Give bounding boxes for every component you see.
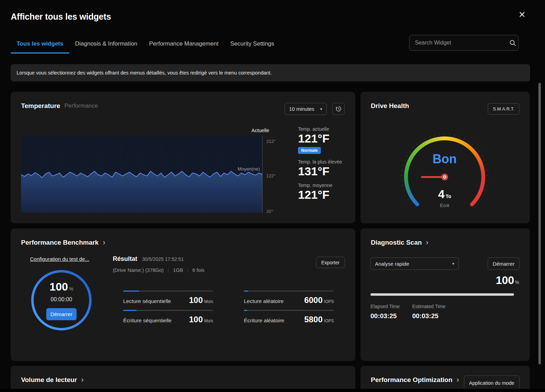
search-input[interactable] — [409, 40, 507, 46]
estimated-time-value: 00:03:25 — [412, 312, 454, 320]
diagnostic-title-row[interactable]: Diagnostic Scan › — [371, 239, 428, 246]
chart-current-label: Actuelle — [251, 128, 269, 133]
chevron-right-icon: › — [426, 239, 428, 246]
result-timestamp: 30/5/2025 17:52:51 — [142, 256, 184, 262]
highest-temp-label: Temp. la plus élevée — [298, 159, 357, 165]
mode-application-button[interactable]: Application du mode — [464, 375, 519, 389]
export-button[interactable]: Exporter — [316, 257, 345, 268]
temperature-subtitle: Performance — [65, 102, 98, 109]
volume-title-row[interactable]: Volume de lecteur › — [21, 376, 84, 384]
metric-label: Lecture aléatoire — [244, 298, 284, 304]
benchmark-start-button[interactable]: Démarrer — [46, 308, 77, 320]
benchmark-metrics: Lecture séquentielle 100Mo/s Lecture alé… — [123, 291, 334, 324]
written-value: 4 — [438, 187, 445, 200]
diagnostic-start-button[interactable]: Démarrer — [488, 257, 519, 270]
performance-optimization-title-row[interactable]: Performance Optimization › — [371, 376, 459, 384]
interval-select-value: 10 minutes — [289, 106, 314, 112]
result-size: 1GB — [173, 267, 183, 273]
result-label: Résultat — [113, 255, 137, 263]
diagnostic-scan-widget[interactable]: Diagnostic Scan › Analyse rapide ▾ Démar… — [360, 228, 530, 361]
metric-value: 5800IOPS — [304, 315, 334, 324]
average-temp-value: 121°F — [298, 188, 357, 202]
metric-label: Lecture séquentielle — [123, 298, 171, 304]
performance-optimization-widget[interactable]: Performance Optimization › Application d… — [360, 366, 530, 389]
benchmark-title: Performance Benchmark — [21, 239, 99, 246]
search-icon[interactable] — [507, 39, 518, 46]
separator: | — [187, 268, 188, 273]
elapsed-time-label: Elapsed Time — [370, 304, 412, 309]
tab-diagnosis-information[interactable]: Diagnosis & Information — [69, 39, 143, 53]
metric-random-read: Lecture aléatoire 6000IOPS — [244, 291, 334, 305]
health-status-value: Bon — [393, 152, 496, 166]
history-icon-button[interactable] — [332, 103, 345, 115]
performance-optimization-title: Performance Optimization — [371, 376, 453, 384]
benchmark-percent-unit: % — [69, 286, 73, 292]
tab-security-settings[interactable]: Security Settings — [224, 39, 280, 53]
scan-mode-value: Analyse rapide — [375, 261, 409, 267]
chevron-right-icon: › — [81, 376, 83, 384]
test-configuration-link[interactable]: Configuration du test de... — [30, 256, 89, 262]
scan-mode-select[interactable]: Analyse rapide ▾ — [370, 257, 459, 270]
diagnostic-times: Elapsed Time 00:03:25 Estimated Time 00:… — [370, 304, 454, 320]
metric-bar — [123, 310, 213, 311]
temperature-stats: Temp. actuelle 121°F Normale Temp. la pl… — [298, 126, 357, 202]
history-icon — [335, 106, 342, 112]
diagnostic-percent: 100% — [496, 274, 519, 287]
tab-performance-management[interactable]: Performance Management — [143, 39, 224, 53]
diagnostic-percent-value: 100 — [496, 274, 514, 286]
widget-search — [409, 35, 519, 51]
metric-value: 6000IOPS — [304, 295, 334, 305]
status-badge: Normale — [298, 147, 321, 154]
info-banner: Lorsque vous sélectionnez des widgets of… — [11, 64, 530, 81]
metric-bar — [244, 310, 334, 311]
drive-volume-widget[interactable]: Volume de lecteur › — [11, 366, 355, 389]
estimated-time-label: Estimated Time — [412, 304, 454, 309]
written-amount: 4To — [393, 187, 496, 201]
metric-value: 100Mo/s — [189, 295, 213, 305]
chevron-down-icon: ▾ — [320, 107, 322, 111]
tab-bar: Tous les widgets Diagnosis & Information… — [11, 39, 280, 53]
performance-benchmark-widget[interactable]: Performance Benchmark › Configuration du… — [11, 228, 355, 361]
chart-current-marker — [262, 136, 262, 213]
health-gauge — [393, 125, 496, 229]
metric-bar — [244, 291, 334, 292]
chart-average-label: Moyen(ne) — [238, 166, 260, 172]
elapsed-time: Elapsed Time 00:03:25 — [370, 304, 412, 320]
metric-sequential-write: Écriture séquentielle 100Mo/s — [123, 310, 213, 324]
temperature-widget[interactable]: Temperature Performance 10 minutes ▾ Moy… — [11, 92, 355, 223]
info-banner-text: Lorsque vous sélectionnez des widgets of… — [17, 70, 272, 76]
temperature-chart: Moyen(ne) Actuelle 212° 122° 32° — [21, 136, 262, 213]
chevron-down-icon: ▾ — [452, 261, 454, 266]
temperature-title: Temperature — [21, 102, 60, 110]
estimated-time: Estimated Time 00:03:25 — [412, 304, 454, 320]
metric-label: Écriture aléatoire — [244, 317, 284, 324]
volume-title: Volume de lecteur — [21, 376, 77, 384]
smart-button[interactable]: S.M.A.R.T. — [488, 103, 519, 115]
y-axis-tick-min: 32° — [266, 209, 273, 214]
benchmark-percent: 100% — [31, 281, 92, 293]
current-temp-value: 121°F — [298, 132, 357, 145]
drive-health-widget[interactable]: Drive Health S.M.A.R.T. Bon 4To Écrit — [360, 92, 530, 223]
benchmark-progress-ring: 100% 00:00:00 Démarrer — [31, 270, 92, 331]
diagnostic-percent-unit: % — [515, 280, 519, 285]
tab-all-widgets[interactable]: Tous les widgets — [11, 39, 69, 53]
metric-sequential-read: Lecture séquentielle 100Mo/s — [123, 291, 213, 305]
benchmark-percent-value: 100 — [50, 281, 68, 293]
interval-select[interactable]: 10 minutes ▾ — [285, 103, 327, 115]
current-temp-label: Temp. actuelle — [298, 126, 357, 132]
drive-health-title-row: Drive Health — [371, 102, 409, 110]
result-drive-name: (Drive Name:) (378Go) — [113, 267, 164, 273]
average-temp-label: Temp. moyenne — [298, 183, 357, 188]
written-label: Écrit — [393, 203, 496, 208]
benchmark-title-row[interactable]: Performance Benchmark › — [21, 239, 105, 246]
vertical-scrollbar[interactable] — [538, 83, 541, 364]
elapsed-time-value: 00:03:25 — [370, 312, 412, 320]
separator: | — [168, 268, 169, 273]
temperature-title-row: Temperature Performance — [21, 102, 98, 110]
y-axis-tick-max: 212° — [266, 139, 276, 144]
drive-health-title: Drive Health — [371, 102, 409, 110]
written-unit: To — [446, 194, 451, 199]
close-icon[interactable]: ✕ — [518, 10, 526, 19]
metric-value: 100Mo/s — [189, 315, 213, 324]
diagnostic-title: Diagnostic Scan — [371, 239, 422, 246]
